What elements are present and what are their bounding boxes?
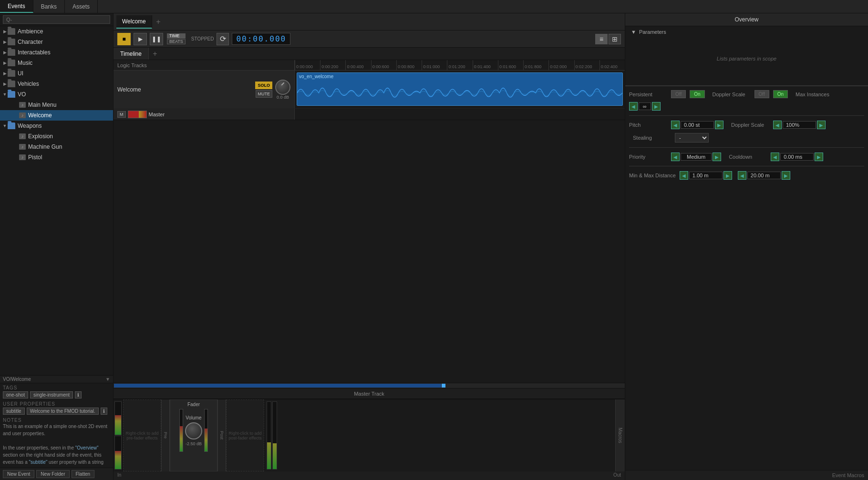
sidebar-item-vehicles[interactable]: ▶ Vehicles <box>0 79 113 89</box>
sidebar-item-character[interactable]: ▶ Character <box>0 37 113 47</box>
event-icon-pistol: ♪ <box>19 154 26 160</box>
notes-text: This is an example of a simple one-shot … <box>3 423 110 466</box>
progress-fill <box>114 384 441 388</box>
solo-button[interactable]: SOLO <box>255 82 272 89</box>
time-mode-beats-btn[interactable]: BEATS <box>167 39 186 44</box>
max-distance-value[interactable] <box>747 172 781 179</box>
timeline-scrollbar[interactable] <box>114 383 625 388</box>
priority-next-btn[interactable]: ▶ <box>713 153 721 161</box>
max-instances-value: ∞ <box>639 102 651 110</box>
persistent-on-btn[interactable]: On <box>690 90 704 98</box>
cooldown-value[interactable] <box>780 153 814 161</box>
max-instances-prev-btn[interactable]: ◀ <box>629 102 638 111</box>
stealing-dropdown[interactable]: - Oldest Quietest Furthest <box>675 133 709 143</box>
event-icon-welcome: ♪ <box>19 112 26 118</box>
doppler-next-btn[interactable]: ▶ <box>817 121 826 129</box>
breadcrumb-chevron-icon: ▼ <box>105 377 110 382</box>
persistent-off-btn[interactable]: Off <box>671 90 686 98</box>
tag-single-instrument: single-instrument <box>30 391 73 398</box>
doppler-value[interactable] <box>783 121 816 129</box>
new-event-btn[interactable]: New Event <box>3 470 34 478</box>
tab-banks[interactable]: Banks <box>33 0 65 13</box>
play-button[interactable]: ▶ <box>134 33 147 45</box>
min-distance-prev-btn[interactable]: ◀ <box>680 171 688 180</box>
user-prop-edit-btn[interactable]: ℹ <box>101 408 107 415</box>
tab-events[interactable]: Events <box>0 0 33 13</box>
master-m-button[interactable]: M <box>117 111 126 118</box>
stop-button[interactable]: ■ <box>117 33 131 45</box>
tag-edit-btn[interactable]: ℹ <box>75 391 82 398</box>
sidebar-item-welcome[interactable]: ♪ Welcome <box>0 110 113 121</box>
doppler-on-btn[interactable]: On <box>773 90 788 98</box>
max-instances-next-btn[interactable]: ▶ <box>652 102 661 111</box>
event-icon-explosion: ♪ <box>19 133 26 139</box>
timeline-empty[interactable] <box>114 120 625 383</box>
min-distance-next-btn[interactable]: ▶ <box>723 171 732 180</box>
event-macros-bar: Event Macros <box>625 470 868 480</box>
view-list-btn[interactable]: ≡ <box>595 34 608 44</box>
cooldown-prev-btn[interactable]: ◀ <box>771 153 779 161</box>
post-fader-placeholder[interactable]: Right-click to add post-fader effects <box>226 399 264 471</box>
sidebar-item-label: Pistol <box>28 154 111 161</box>
fader-knob[interactable] <box>185 422 202 439</box>
post-label: Post <box>219 431 224 439</box>
waveform <box>297 81 622 105</box>
doppler-label: Doppler Scale <box>713 92 751 97</box>
sidebar-item-ui[interactable]: ▶ UI <box>0 68 113 79</box>
priority-prev-btn[interactable]: ◀ <box>671 153 680 161</box>
breadcrumb: VO/Welcome <box>3 377 31 382</box>
sidebar-item-interactables[interactable]: ▶ Interactables <box>0 47 113 58</box>
arrow-icon: ▶ <box>2 61 8 65</box>
cooldown-next-btn[interactable]: ▶ <box>815 153 823 161</box>
doppler-prev-btn[interactable]: ◀ <box>773 121 782 129</box>
sidebar-item-pistol[interactable]: ♪ Pistol <box>0 152 113 163</box>
timeline-ruler[interactable]: 0:00:000 0:00:200 0:00:400 0:00:600 0:00… <box>295 60 625 70</box>
folder-icon-music <box>8 60 15 66</box>
time-mode-time-btn[interactable]: TIME <box>167 33 186 39</box>
pitch-value[interactable] <box>681 121 714 129</box>
view-grid-btn[interactable]: ⊞ <box>609 34 621 44</box>
out-label: Out <box>613 472 621 479</box>
sidebar-item-machine-gun[interactable]: ♪ Machine Gun <box>0 142 113 152</box>
pitch-prev-btn[interactable]: ◀ <box>671 121 680 129</box>
add-tab-button[interactable]: + <box>152 15 165 29</box>
parameters-label: Parameters <box>639 29 666 35</box>
sidebar-item-main-menu[interactable]: ♪ Main Menu <box>0 100 113 110</box>
pitch-next-btn[interactable]: ▶ <box>715 121 723 129</box>
track-content-welcome[interactable]: vo_en_welcome <box>295 71 625 108</box>
folder-icon-interactables <box>8 49 15 56</box>
sidebar-item-explosion[interactable]: ♪ Explosion <box>0 131 113 142</box>
track-welcome: Welcome SOLO MUTE 0.0 dB vo_en_welcome <box>114 71 625 109</box>
track-label-welcome: Welcome SOLO MUTE 0.0 dB <box>114 71 295 108</box>
volume-knob[interactable] <box>275 80 290 95</box>
add-editor-tab-btn[interactable]: + <box>149 48 161 60</box>
folder-icon-ui <box>8 70 15 77</box>
doppler-off-btn[interactable]: Off <box>754 90 769 98</box>
sidebar-item-label: Ambience <box>18 28 111 35</box>
sidebar-item-weapons[interactable]: ▼ Weapons <box>0 121 113 131</box>
macros-button[interactable]: Macros <box>615 399 625 471</box>
mute-button[interactable]: MUTE <box>256 90 273 98</box>
sidebar-item-vo[interactable]: ▼ VO <box>0 89 113 100</box>
min-max-distance-label: Min & Max Distance <box>629 173 676 178</box>
event-icon-mainmenu: ♪ <box>19 102 26 108</box>
search-input[interactable] <box>3 15 110 24</box>
tab-timeline[interactable]: Timeline <box>114 48 149 60</box>
sidebar-item-music[interactable]: ▶ Music <box>0 58 113 68</box>
tab-assets[interactable]: Assets <box>65 0 98 13</box>
sidebar-item-ambience[interactable]: ▶ Ambience <box>0 26 113 37</box>
audio-clip[interactable]: vo_en_welcome <box>297 72 623 106</box>
editor-tab-welcome[interactable]: Welcome <box>116 15 152 29</box>
flatten-btn[interactable]: Flatten <box>72 470 95 478</box>
pause-button[interactable]: ❚❚ <box>150 33 163 45</box>
divider-2 <box>629 147 864 148</box>
sidebar-item-label: Vehicles <box>18 81 111 87</box>
pre-fader-placeholder[interactable]: Right-click to add pre-fader effects <box>123 399 161 471</box>
max-distance-prev-btn[interactable]: ◀ <box>738 171 746 180</box>
min-distance-value[interactable] <box>689 172 723 179</box>
parameters-toggle[interactable]: ▼ Parameters <box>631 29 862 35</box>
loop-button[interactable]: ⟳ <box>217 33 229 45</box>
max-distance-next-btn[interactable]: ▶ <box>782 171 790 180</box>
transport-status: STOPPED <box>191 36 214 41</box>
new-folder-btn[interactable]: New Folder <box>36 470 69 478</box>
